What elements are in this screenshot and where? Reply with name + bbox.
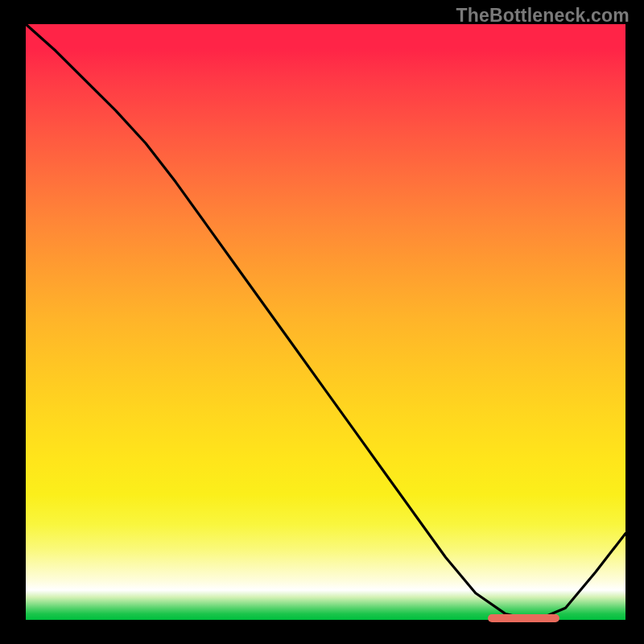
watermark-text: TheBottleneck.com xyxy=(456,5,630,27)
curve-line xyxy=(26,24,625,618)
bottleneck-curve xyxy=(26,24,625,620)
optimal-range-marker xyxy=(488,614,559,622)
